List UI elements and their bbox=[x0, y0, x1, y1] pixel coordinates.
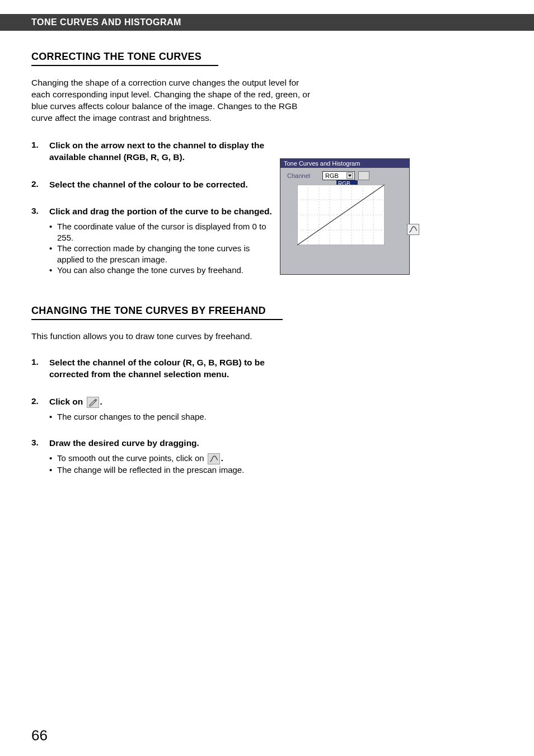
step: 3. Click and drag the portion of the cur… bbox=[31, 206, 272, 275]
section2-steps: 1. Select the channel of the colour (R, … bbox=[31, 357, 278, 476]
bullet: You can also change the tone curves by f… bbox=[49, 265, 272, 276]
channel-selected: RGB bbox=[325, 172, 339, 179]
step: 3. Draw the desired curve by dragging. T… bbox=[31, 438, 278, 475]
step: 1. Click on the arrow next to the channe… bbox=[31, 140, 272, 163]
content: CORRECTING THE TONE CURVES Changing the … bbox=[0, 31, 534, 476]
section2-heading: CHANGING THE TONE CURVES BY FREEHAND bbox=[31, 305, 283, 320]
page-number: 66 bbox=[31, 727, 48, 744]
dialog-title: Tone Curves and Histogram bbox=[280, 159, 409, 168]
step-text: Click on . bbox=[49, 396, 278, 408]
step-text: Click and drag the portion of the curve … bbox=[49, 206, 272, 218]
header-bar: TONE CURVES AND HISTOGRAM bbox=[0, 14, 534, 31]
section-correcting: CORRECTING THE TONE CURVES Changing the … bbox=[31, 51, 503, 276]
step-number: 2. bbox=[31, 179, 49, 191]
step-number: 1. bbox=[31, 140, 49, 163]
section2-intro: This function allows you to draw tone cu… bbox=[31, 331, 503, 341]
step-text: Click on the arrow next to the channel t… bbox=[49, 140, 272, 163]
section1-steps: 1. Click on the arrow next to the channe… bbox=[31, 140, 272, 276]
channel-label: Channel bbox=[287, 172, 310, 179]
auto-button[interactable] bbox=[358, 171, 369, 180]
curve-graph[interactable] bbox=[297, 185, 385, 245]
section1-intro: Changing the shape of a correction curve… bbox=[31, 77, 317, 124]
bullet: The change will be reflected in the pres… bbox=[49, 464, 278, 476]
tone-curves-dialog: Tone Curves and Histogram Channel RGB RG… bbox=[280, 158, 410, 275]
step-bullets: The coordinate value of the cursor is di… bbox=[49, 221, 272, 276]
step: 1. Select the channel of the colour (R, … bbox=[31, 357, 278, 381]
section-freehand: CHANGING THE TONE CURVES BY FREEHAND Thi… bbox=[31, 305, 503, 476]
step-text: Select the channel of the colour (R, G, … bbox=[49, 357, 278, 381]
step-number: 1. bbox=[31, 357, 49, 381]
step-text: Draw the desired curve by dragging. bbox=[49, 438, 278, 449]
step: 2. Click on . The cursor changes to the … bbox=[31, 396, 278, 422]
step-bullets: The cursor changes to the pencil shape. bbox=[49, 411, 278, 422]
chevron-down-icon[interactable] bbox=[346, 172, 353, 179]
smooth-icon bbox=[409, 226, 418, 233]
header-title: TONE CURVES AND HISTOGRAM bbox=[31, 17, 181, 27]
bullet: The coordinate value of the cursor is di… bbox=[49, 221, 272, 243]
step-number: 3. bbox=[31, 438, 49, 475]
step-bullets: To smooth out the curve points, click on… bbox=[49, 453, 278, 476]
step: 2. Select the channel of the colour to b… bbox=[31, 179, 272, 191]
step-number: 3. bbox=[31, 206, 49, 275]
bullet: The cursor changes to the pencil shape. bbox=[49, 411, 278, 422]
pencil-icon bbox=[87, 397, 99, 408]
smooth-curve-button[interactable] bbox=[407, 224, 419, 235]
step-text: Select the channel of the colour to be c… bbox=[49, 179, 272, 191]
bullet: The correction made by changing the tone… bbox=[49, 243, 272, 265]
bullet: To smooth out the curve points, click on… bbox=[49, 453, 278, 464]
section1-heading: CORRECTING THE TONE CURVES bbox=[31, 51, 218, 66]
channel-dropdown[interactable]: RGB bbox=[322, 171, 355, 180]
step-number: 2. bbox=[31, 396, 49, 422]
smooth-icon bbox=[208, 453, 220, 464]
